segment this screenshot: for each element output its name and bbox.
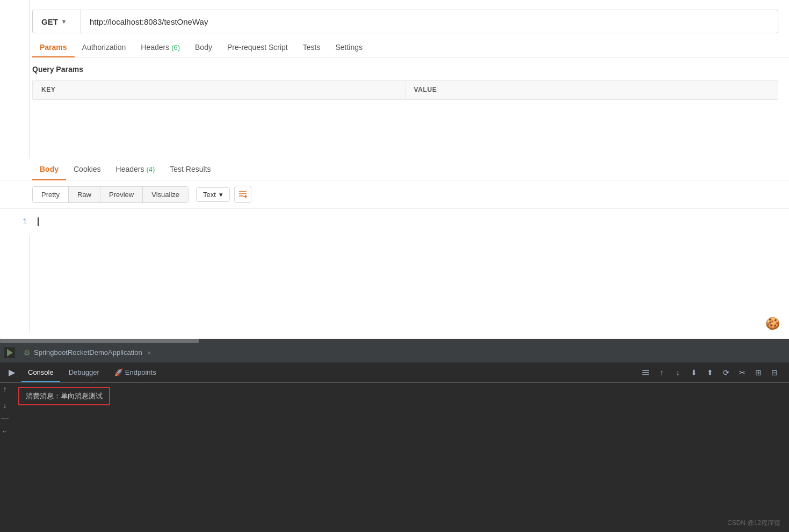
download2-icon[interactable]: ⬇ (688, 367, 700, 378)
app-tab-label: SpringbootRocketDemoApplication (34, 348, 142, 356)
bottom-panel: ⚙ SpringbootRocketDemoApplication × ▶ Co… (0, 339, 789, 532)
url-input[interactable] (81, 17, 778, 26)
download-icon[interactable]: ↓ (672, 367, 684, 378)
text-type-selector[interactable]: Text ▾ (196, 187, 230, 202)
run-button[interactable] (4, 347, 15, 358)
response-headers-badge: (4) (146, 165, 155, 173)
response-tab-cookies[interactable]: Cookies (66, 158, 108, 180)
tab-settings[interactable]: Settings (328, 38, 370, 57)
response-tab-body[interactable]: Body (32, 158, 66, 180)
wrap-button[interactable] (234, 186, 251, 203)
method-label: GET (41, 17, 58, 26)
query-params-title: Query Params (32, 65, 778, 74)
body-format-tabs: Pretty Raw Preview Visualize (32, 186, 189, 203)
format-tab-preview[interactable]: Preview (100, 187, 143, 202)
scrollbar-thumb[interactable] (0, 339, 199, 343)
method-selector[interactable]: GET ▾ (33, 10, 81, 33)
request-tabs: Params Authorization Headers (6) Body Pr… (0, 38, 789, 57)
line-numbers: 1 (16, 217, 27, 226)
value-column-header: VALUE (406, 81, 778, 99)
menu-icon[interactable] (640, 367, 652, 378)
csdn-watermark: CSDN @12程序猿 (727, 519, 780, 528)
format-tab-visualize[interactable]: Visualize (143, 187, 188, 202)
wrap-icon (238, 190, 248, 199)
table-icon[interactable]: ⊞ (752, 367, 764, 378)
nav-down-arrow[interactable]: ↓ (3, 402, 7, 410)
upload-icon[interactable]: ⬆ (704, 367, 716, 378)
cut-icon[interactable]: ✂ (736, 367, 748, 378)
tab-authorization[interactable]: Authorization (75, 38, 134, 57)
tab-pre-request[interactable]: Pre-request Script (220, 38, 295, 57)
text-type-label: Text (203, 191, 216, 199)
side-nav: ↑ ↓ ← (0, 382, 10, 439)
key-column-header: KEY (33, 81, 406, 99)
console-message-box: 消费消息：单向消息测试 (18, 387, 110, 405)
code-area: 1 (0, 209, 789, 235)
tab-params[interactable]: Params (32, 38, 75, 57)
app-tab[interactable]: ⚙ SpringbootRocketDemoApplication × (17, 343, 157, 362)
console-message-text: 消费消息：单向消息测试 (26, 392, 103, 400)
headers-badge: (6) (171, 43, 180, 52)
app-tab-close[interactable]: × (148, 349, 151, 356)
tool-tabs: ▶ Console Debugger 🚀 Endpoints ↑ ↓ ⬇ ⬆ (0, 362, 789, 383)
format-tab-raw[interactable]: Raw (69, 187, 100, 202)
method-chevron: ▾ (62, 18, 66, 25)
code-content[interactable] (38, 217, 39, 226)
response-tabs: Body Cookies Headers (4) Test Results (0, 158, 789, 180)
springboot-icon: ⚙ (24, 348, 31, 357)
url-bar: GET ▾ (32, 10, 778, 33)
params-table: KEY VALUE (32, 80, 778, 100)
query-params-section: Query Params KEY VALUE (0, 57, 789, 100)
tool-tab-endpoints[interactable]: 🚀 Endpoints (108, 362, 163, 382)
console-output: 消费消息：单向消息测试 (10, 383, 789, 411)
console-line: 消费消息：单向消息测试 (18, 387, 780, 405)
scrollbar-area[interactable] (0, 339, 789, 343)
scroll-to-top-icon[interactable]: ↑ (656, 367, 668, 378)
tool-tab-debugger[interactable]: Debugger (62, 362, 106, 382)
cookie-icon[interactable]: 🍪 (765, 317, 780, 332)
tab-headers[interactable]: Headers (6) (133, 38, 187, 57)
tab-tests[interactable]: Tests (295, 38, 328, 57)
divider (1, 418, 9, 419)
response-tab-test-results[interactable]: Test Results (162, 158, 218, 180)
nav-up-arrow[interactable]: ↑ (3, 385, 7, 393)
tab-body[interactable]: Body (187, 38, 220, 57)
nav-left-arrow[interactable]: ← (2, 427, 9, 435)
format-tab-pretty[interactable]: Pretty (33, 187, 69, 202)
toolbar-icons: ↑ ↓ ⬇ ⬆ ⟳ ✂ ⊞ ⊟ (640, 367, 780, 378)
run-icon (7, 349, 13, 356)
endpoints-icon: 🚀 (114, 368, 123, 376)
side-arrow-button[interactable]: ▶ (9, 367, 15, 377)
tool-tab-console[interactable]: Console (21, 362, 60, 382)
text-cursor (38, 217, 39, 226)
line-number-1: 1 (23, 217, 27, 225)
response-tab-headers[interactable]: Headers (4) (108, 158, 163, 180)
body-toolbar: Pretty Raw Preview Visualize Text ▾ (0, 180, 789, 209)
text-type-chevron: ▾ (219, 191, 223, 199)
app-tab-bar: ⚙ SpringbootRocketDemoApplication × (0, 343, 789, 362)
params-table-header: KEY VALUE (33, 81, 778, 99)
refresh-icon[interactable]: ⟳ (720, 367, 732, 378)
layout-icon[interactable]: ⊟ (769, 367, 780, 378)
